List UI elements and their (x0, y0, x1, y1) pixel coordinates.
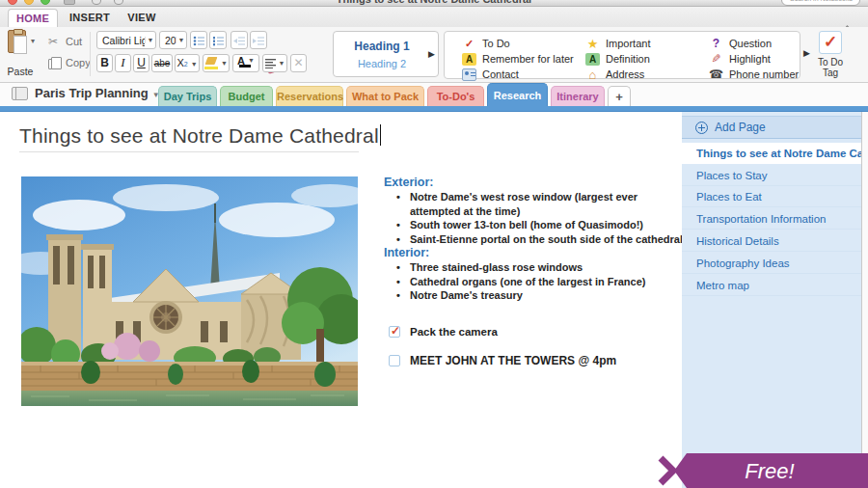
section-tab-day-trips[interactable]: Day Trips (158, 86, 217, 106)
onenote-window: Things to see at Notre Dame Cathedral Se… (0, 0, 868, 488)
star-icon: ★ (585, 38, 600, 50)
indent-button[interactable] (250, 31, 267, 49)
font-name-select[interactable]: Calibri Light▼ (96, 31, 156, 49)
notebook-icon (12, 87, 28, 100)
outdent-icon (233, 36, 245, 46)
font-color-button[interactable]: A ▼ (232, 54, 259, 72)
page-item-places-to-stay[interactable]: Places to Stay (682, 165, 861, 186)
close-window-button[interactable] (8, 0, 17, 5)
add-section-button[interactable]: + (608, 86, 631, 106)
house-icon: ⌂ (585, 68, 600, 81)
section-tab-reservations[interactable]: Reservations (276, 86, 343, 106)
page-item-photography-ideas[interactable]: Photography Ideas (682, 253, 861, 274)
chevron-down-icon: ▼ (221, 60, 228, 67)
note-text-block[interactable]: Exterior: Notre Dame's west rose window … (384, 176, 685, 303)
search-input[interactable]: Search in Notebooks (781, 0, 860, 6)
interior-heading[interactable]: Interior: (384, 246, 685, 260)
page-item-places-to-eat[interactable]: Places to Eat (682, 186, 861, 207)
paste-dropdown-arrow-icon[interactable]: ▾ (31, 37, 35, 45)
todo-tag-button[interactable]: ✓ To DoTag (811, 31, 850, 79)
exterior-heading[interactable]: Exterior: (384, 176, 685, 190)
list-item[interactable]: Notre Dame's treasury (384, 288, 685, 303)
numbered-list-button[interactable] (209, 31, 227, 49)
chevron-down-icon: ▼ (176, 37, 186, 43)
toolbar-icon[interactable] (64, 0, 75, 5)
list-item[interactable]: Three stained-glass rose windows (384, 260, 685, 275)
style-heading2[interactable]: Heading 2 (334, 58, 430, 69)
style-heading1[interactable]: Heading 1 (334, 40, 430, 53)
x-icon: ✕ (293, 56, 303, 69)
add-page-button[interactable]: Add Page (682, 116, 861, 139)
tag-question[interactable]: ?Question (709, 36, 772, 51)
tag-contact[interactable]: Contact (462, 67, 519, 82)
ribbon: ▾ Paste ✂ Cut Copy Calibri Light▼ 20▼ (0, 27, 868, 83)
tag-important[interactable]: ★Important (585, 36, 650, 51)
underline-button[interactable]: U (133, 54, 149, 72)
section-tab-row: Paris Trip Planning▼ Day Trips Budget Re… (0, 83, 868, 106)
list-item[interactable]: Notre Dame's west rose window (largest e… (384, 190, 685, 218)
list-item[interactable]: Saint-Etienne portal on the south side o… (384, 232, 685, 247)
section-tab-research[interactable]: Research (487, 83, 548, 106)
list-item[interactable]: Cathedral organs (one of the largest in … (384, 275, 685, 289)
tag-address[interactable]: ⌂Address (585, 67, 644, 82)
bold-button[interactable]: B (96, 54, 113, 72)
ribbon-tab-bar: HOME INSERT VIEW (0, 7, 868, 27)
subscript-button[interactable]: X2 ▼ (175, 54, 200, 72)
indent-icon (253, 36, 264, 46)
outdent-button[interactable] (231, 31, 248, 49)
page-title[interactable]: Things to see at Notre Dame Cathedral (19, 124, 381, 148)
minimize-window-button[interactable] (24, 0, 34, 5)
delete-button[interactable]: ✕ (290, 54, 307, 72)
todo-item-meet-john: MEET JOHN AT THE TOWERS @ 4pm (389, 354, 616, 367)
chevron-down-icon: ▼ (145, 37, 155, 43)
tab-insert[interactable]: INSERT (64, 9, 116, 27)
page-item-transportation[interactable]: Transportation Information (682, 208, 861, 230)
italic-button[interactable]: I (115, 54, 131, 72)
tab-home[interactable]: HOME (8, 9, 58, 27)
tag-phone[interactable]: ☎Phone number (709, 67, 799, 82)
section-tab-todos[interactable]: To-Do's (427, 86, 484, 106)
pen-icon: ✎ (709, 53, 723, 66)
chevron-down-icon: ▼ (279, 60, 285, 67)
window-title: Things to see at Notre Dame Cathedral (289, 0, 579, 5)
highlight-color-button[interactable]: ▼ (203, 54, 230, 72)
tag-highlight[interactable]: ✎Highlight (709, 51, 771, 67)
forward-icon[interactable] (114, 0, 123, 5)
page-item-current[interactable]: Things to see at Notre Dame Cath… (682, 143, 861, 164)
notebook-selector[interactable]: Paris Trip Planning▼ (35, 86, 160, 100)
gallery-more-arrow-icon[interactable]: ▶ (428, 49, 435, 59)
tab-view[interactable]: VIEW (122, 9, 162, 27)
tag-todo[interactable]: ✓To Do (462, 36, 510, 51)
font-size-select[interactable]: 20▼ (159, 31, 187, 49)
page-item-historical-details[interactable]: Historical Details (682, 230, 861, 252)
section-tab-itinerary[interactable]: Itinerary (551, 86, 605, 106)
free-banner: Free! (656, 451, 868, 488)
tag-definition[interactable]: ADefinition (585, 51, 650, 67)
tags-gallery: ✓To Do ARemember for later Contact ★Impo… (444, 31, 800, 79)
title-underline (19, 151, 359, 152)
todo-tag-check-icon: ✓ (819, 31, 842, 54)
font-color-icon: A (237, 55, 245, 67)
strikethrough-button[interactable]: abe (151, 54, 173, 72)
todo-item-camera: Pack the camera (389, 326, 498, 338)
exterior-list: Notre Dame's west rose window (largest e… (384, 190, 685, 246)
alignment-button[interactable]: ▼ (262, 54, 287, 72)
checked-checkbox[interactable] (389, 326, 400, 338)
page-item-metro-map[interactable]: Metro map (682, 275, 861, 296)
back-icon[interactable] (92, 0, 101, 5)
section-tab-what-to-pack[interactable]: What to Pack (346, 86, 424, 106)
section-tab-budget[interactable]: Budget (220, 86, 273, 106)
unchecked-checkbox[interactable] (389, 355, 400, 366)
list-item[interactable]: South tower 13-ton bell (home of Quasimo… (384, 218, 685, 232)
tags-more-arrow-icon[interactable]: ▶ (803, 48, 810, 58)
page-list-sidebar: Add Page Things to see at Notre Dame Cat… (682, 112, 861, 488)
group-divider (90, 32, 91, 76)
scissors-icon: ✂ (48, 35, 58, 48)
interior-list: Three stained-glass rose windows Cathedr… (384, 260, 685, 303)
zoom-window-button[interactable] (41, 0, 50, 5)
notre-dame-photo[interactable] (21, 176, 358, 406)
bullet-list-icon (193, 36, 204, 46)
bullet-list-button[interactable] (190, 31, 207, 49)
tag-remember[interactable]: ARemember for later (462, 51, 574, 67)
page-canvas[interactable]: Things to see at Notre Dame Cathedral (0, 112, 682, 488)
